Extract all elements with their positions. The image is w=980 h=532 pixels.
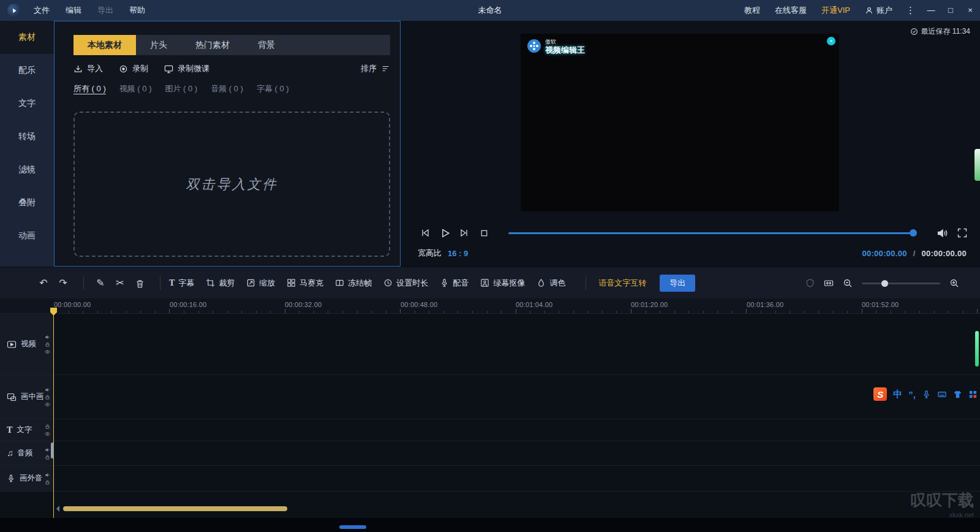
next-frame-button[interactable]	[454, 227, 474, 238]
horizontal-scroll-thumb[interactable]	[63, 506, 287, 511]
fullscreen-button[interactable]	[957, 227, 968, 238]
remove-watermark-badge[interactable]: ×	[827, 37, 835, 45]
text-track-lane[interactable]	[54, 419, 980, 441]
filter-audio[interactable]: 音频 ( 0 )	[211, 83, 243, 94]
timeline-ruler[interactable]: 00:00:00.00 00:00:16.00 00:00:32.00 00:0…	[0, 298, 980, 314]
mute-icon[interactable]	[45, 447, 50, 452]
import-button[interactable]: 导入	[74, 63, 103, 74]
vertical-scrollbar[interactable]	[975, 331, 979, 367]
menu-help[interactable]: 帮助	[121, 0, 153, 21]
fit-timeline-icon[interactable]	[824, 278, 834, 288]
play-button[interactable]	[435, 227, 454, 239]
video-track-lane[interactable]	[54, 314, 980, 374]
ime-keyboard-icon[interactable]	[937, 390, 947, 399]
lock-icon[interactable]	[45, 479, 50, 485]
aspect-ratio-value[interactable]: 16 : 9	[448, 249, 468, 258]
undo-button[interactable]: ↶	[36, 277, 51, 289]
link-support[interactable]: 在线客服	[767, 5, 814, 16]
sidebar-item-animation[interactable]: 动画	[0, 219, 54, 253]
lock-icon[interactable]	[45, 454, 50, 460]
audio-track-lane[interactable]	[54, 441, 980, 465]
filter-image[interactable]: 图片 ( 0 )	[165, 83, 197, 94]
record-button[interactable]: 录制	[119, 63, 148, 74]
video-track-header[interactable]: 视频	[0, 314, 54, 374]
menu-file[interactable]: 文件	[26, 0, 58, 21]
fullscreen-icon	[957, 227, 968, 238]
more-menu-icon[interactable]: ⋮	[900, 5, 921, 16]
zoom-tool-button[interactable]: 缩放	[246, 278, 275, 289]
record-lesson-button[interactable]: 录制微课	[164, 63, 209, 74]
visibility-icon[interactable]	[45, 349, 50, 354]
tab-intro[interactable]: 片头	[136, 35, 181, 55]
color-grade-button[interactable]: 调色	[537, 278, 565, 289]
minimize-button[interactable]: —	[921, 0, 941, 21]
ime-skin-icon[interactable]	[953, 390, 962, 399]
crop-tool-button[interactable]: 裁剪	[206, 278, 235, 289]
timeline-zoom-handle[interactable]	[881, 280, 888, 287]
sidebar-item-text[interactable]: 文字	[0, 87, 54, 120]
previous-frame-button[interactable]	[415, 227, 435, 238]
tab-background[interactable]: 背景	[244, 35, 289, 55]
tab-local-media[interactable]: 本地素材	[74, 35, 136, 55]
ime-punctuation-mode[interactable]: ”,	[908, 389, 916, 400]
visibility-icon[interactable]	[45, 401, 50, 407]
redo-button[interactable]: ↷	[55, 277, 71, 289]
set-duration-button[interactable]: 设置时长	[383, 278, 428, 289]
lock-icon[interactable]	[45, 341, 50, 347]
filter-all[interactable]: 所有 ( 0 )	[74, 83, 106, 94]
ruler-tick	[847, 311, 848, 313]
audio-track-header[interactable]: ♫ 音频	[0, 441, 54, 465]
subtitle-tool-button[interactable]: T 字幕	[169, 278, 194, 289]
chroma-key-button[interactable]: 绿幕抠像	[480, 278, 525, 289]
timeline-zoom-slider[interactable]	[862, 283, 940, 284]
sort-button[interactable]: 排序	[361, 63, 390, 74]
mosaic-tool-button[interactable]: 马赛克	[287, 278, 323, 289]
ime-chinese-mode[interactable]: 中	[893, 389, 902, 400]
sogou-logo-icon[interactable]: S	[873, 387, 887, 401]
volume-button[interactable]	[937, 227, 948, 239]
ime-toolbox-icon[interactable]	[968, 390, 978, 399]
sidebar-item-media[interactable]: 素材	[0, 21, 54, 54]
sidebar-item-transition[interactable]: 转场	[0, 120, 54, 153]
lock-icon[interactable]	[45, 424, 50, 429]
ime-mic-icon[interactable]	[922, 390, 931, 399]
filter-subtitle[interactable]: 字幕 ( 0 )	[257, 83, 289, 94]
maximize-button[interactable]: □	[941, 0, 960, 21]
account-button[interactable]: 账户	[858, 5, 900, 16]
zoom-in-icon[interactable]	[949, 278, 959, 288]
voiceover-track-lane[interactable]	[54, 466, 980, 491]
filter-video[interactable]: 视频 ( 0 )	[119, 83, 152, 94]
sidebar-item-overlay[interactable]: 叠附	[0, 186, 54, 219]
ruler-tick	[891, 311, 891, 313]
link-tutorial[interactable]: 教程	[737, 5, 767, 16]
sidebar-item-filter[interactable]: 滤镜	[0, 153, 54, 186]
sidebar-item-music[interactable]: 配乐	[0, 54, 54, 87]
edit-pencil-button[interactable]: ✎	[92, 277, 108, 289]
dub-tool-button[interactable]: 配音	[440, 278, 469, 289]
stop-button[interactable]	[474, 228, 494, 238]
cut-button[interactable]: ✂	[112, 277, 128, 289]
speech-text-convert-button[interactable]: 语音文字互转	[598, 278, 646, 289]
zoom-out-icon[interactable]	[843, 278, 853, 288]
mute-icon[interactable]	[45, 387, 50, 392]
export-button[interactable]: 导出	[660, 275, 695, 292]
pip-track-lane[interactable]: S 中 ”,	[54, 375, 980, 419]
menu-edit[interactable]: 编辑	[58, 0, 89, 21]
mute-icon[interactable]	[45, 472, 50, 477]
track-scroll-handle[interactable]	[51, 443, 54, 458]
link-vip[interactable]: 开通VIP	[814, 5, 858, 16]
progress-handle[interactable]	[910, 229, 917, 237]
lock-icon[interactable]	[45, 394, 50, 400]
delete-button[interactable]	[132, 278, 148, 289]
mute-icon[interactable]	[45, 334, 50, 340]
voiceover-track-header[interactable]: 画外音	[0, 466, 54, 491]
pip-track-header[interactable]: 画中画	[0, 375, 54, 419]
visibility-icon[interactable]	[45, 431, 50, 436]
tab-hot-media[interactable]: 热门素材	[181, 35, 244, 55]
freeze-frame-button[interactable]: 冻结帧	[335, 278, 372, 289]
playback-progress-bar[interactable]	[508, 229, 917, 237]
text-track-header[interactable]: T 文字	[0, 419, 54, 441]
close-button[interactable]: ×	[960, 0, 980, 21]
scroll-left-arrow-icon[interactable]	[56, 506, 59, 512]
import-dropzone[interactable]: 双击导入文件	[74, 112, 390, 257]
